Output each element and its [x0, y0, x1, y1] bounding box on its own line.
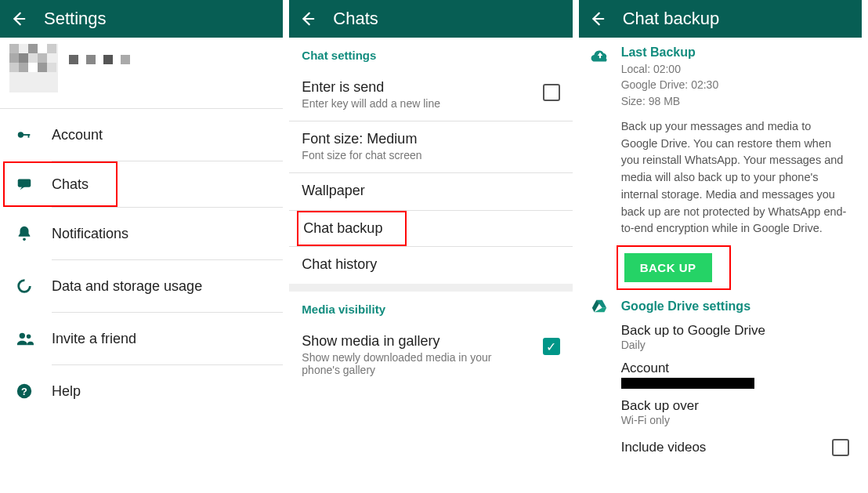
checkbox-checked[interactable]: ✓ — [543, 338, 560, 355]
pref-sub: Enter key will add a new line — [302, 97, 559, 110]
pref-sub: Wi-Fi only — [621, 414, 851, 426]
settings-item-label: Help — [45, 383, 81, 400]
pref-title: Enter is send — [302, 79, 559, 96]
pref-title: Show media in gallery — [302, 333, 559, 350]
pref-title: Back up over — [621, 398, 851, 414]
pref-show-media[interactable]: Show media in gallery Show newly downloa… — [289, 324, 572, 387]
pref-backup-to-drive[interactable]: Back up to Google Drive Daily — [579, 318, 862, 356]
svg-rect-3 — [28, 134, 30, 138]
pref-account[interactable]: Account — [579, 356, 862, 393]
pref-wallpaper[interactable]: Wallpaper — [289, 173, 572, 210]
last-backup-size: Size: 98 MB — [621, 93, 851, 109]
settings-item-label: Notifications — [45, 226, 128, 242]
svg-point-6 — [23, 238, 26, 241]
cloud-upload-icon — [590, 45, 613, 290]
settings-item-label: Account — [45, 127, 103, 143]
profile-block[interactable] — [0, 38, 283, 108]
appbar-chats: Chats — [289, 0, 572, 38]
last-backup-gdrive: Google Drive: 02:30 — [621, 77, 851, 92]
bell-icon — [16, 225, 45, 242]
svg-point-9 — [27, 335, 31, 339]
pref-include-videos[interactable]: Include videos — [579, 431, 862, 459]
highlight-chat-backup: Chat backup — [297, 211, 407, 246]
pref-title: Wallpaper — [302, 183, 559, 199]
backup-description: Back up your messages and media to Googl… — [621, 118, 851, 237]
pref-title: Font size: Medium — [302, 131, 559, 147]
appbar-title: Chat backup — [623, 9, 720, 29]
key-icon — [16, 126, 45, 143]
settings-item-help[interactable]: ? Help — [0, 365, 283, 417]
section-chat-settings: Chat settings — [289, 38, 572, 70]
back-icon[interactable] — [588, 10, 606, 27]
settings-item-data-usage[interactable]: Data and storage usage — [0, 260, 283, 312]
svg-text:?: ? — [21, 386, 27, 397]
pref-title: Include videos — [621, 440, 707, 455]
data-usage-icon — [16, 277, 45, 295]
section-media-visibility: Media visibility — [289, 292, 572, 324]
backup-button[interactable]: BACK UP — [624, 253, 712, 282]
highlight-backup-button: BACK UP — [617, 245, 731, 290]
panel-chat-backup: Chat backup Last Backup Local: 02:00 Goo… — [579, 0, 868, 493]
chat-icon — [16, 176, 45, 193]
settings-item-chats[interactable]: Chats — [5, 165, 116, 204]
checkbox[interactable] — [543, 84, 560, 101]
settings-item-invite[interactable]: Invite a friend — [0, 313, 283, 364]
pref-title: Chat history — [302, 256, 559, 273]
last-backup-local: Local: 02:00 — [621, 61, 851, 77]
svg-point-7 — [19, 281, 31, 292]
appbar-backup: Chat backup — [579, 0, 862, 38]
pref-sub: Daily — [621, 339, 851, 351]
pref-title: Account — [621, 361, 851, 376]
appbar-title: Settings — [44, 9, 107, 29]
pref-chat-history[interactable]: Chat history — [289, 247, 572, 284]
pref-font-size[interactable]: Font size: Medium Font size for chat scr… — [289, 121, 572, 172]
avatar — [9, 44, 58, 92]
pref-backup-over[interactable]: Back up over Wi-Fi only — [579, 393, 862, 431]
svg-point-8 — [20, 333, 25, 339]
appbar-settings: Settings — [0, 0, 283, 38]
highlight-chats: Chats — [3, 161, 118, 207]
settings-item-account[interactable]: Account — [0, 109, 283, 161]
google-drive-icon — [590, 298, 613, 315]
svg-point-1 — [18, 132, 24, 137]
help-icon: ? — [16, 382, 45, 400]
panel-chats: Chats Chat settings Enter is send Enter … — [289, 0, 578, 493]
pref-title: Back up to Google Drive — [621, 323, 851, 339]
back-icon[interactable] — [9, 10, 27, 27]
panel-settings: Settings Accou — [0, 0, 289, 493]
appbar-title: Chats — [333, 9, 378, 29]
pref-sub: Font size for chat screen — [302, 149, 559, 161]
people-icon — [16, 330, 45, 347]
pref-sub: Show newly downloaded media in your phon… — [302, 351, 497, 376]
settings-item-label: Chats — [45, 176, 89, 193]
gdrive-settings-header: Google Drive settings — [613, 299, 750, 314]
pref-chat-backup[interactable]: Chat backup — [303, 220, 400, 237]
settings-item-notifications[interactable]: Notifications — [0, 208, 283, 259]
redacted-account — [621, 378, 754, 389]
back-icon[interactable] — [298, 10, 316, 27]
settings-item-label: Data and storage usage — [45, 278, 202, 295]
checkbox[interactable] — [832, 439, 849, 456]
last-backup-header: Last Backup — [621, 45, 851, 60]
settings-item-label: Invite a friend — [45, 331, 136, 347]
pref-enter-send[interactable]: Enter is send Enter key will add a new l… — [289, 70, 572, 121]
